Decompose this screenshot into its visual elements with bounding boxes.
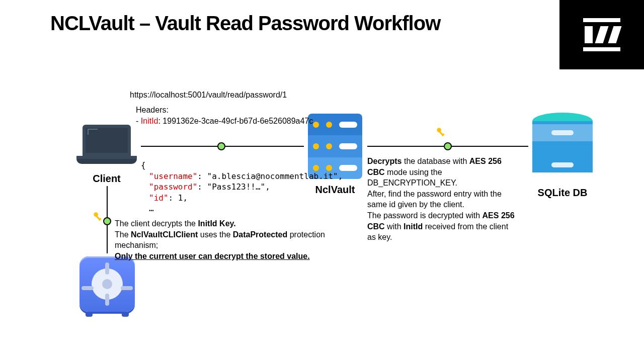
json-open: { <box>141 160 343 171</box>
vault-safe-icon <box>79 256 135 312</box>
server-description: Decrypts the database with AES 256 CBC m… <box>367 156 516 243</box>
json-ellipsis: … <box>141 203 343 214</box>
database-label: SQLite DB <box>526 187 599 199</box>
request-url: https://localhost:5001/vault/read/passwo… <box>130 89 287 101</box>
keys-icon <box>92 210 105 223</box>
diagram: NCLVault – Vault Read Password Workflow … <box>0 0 644 362</box>
dot-icon <box>444 142 452 150</box>
dot-icon <box>217 142 225 150</box>
header-value: 1991362e-3cae-49cf-b67d-6e526089a47c <box>163 117 313 125</box>
database-icon <box>532 113 593 181</box>
request-headers: Headers: - InitId: 1991362e-3cae-49cf-b6… <box>136 105 313 126</box>
header-name: InitId <box>141 117 158 125</box>
client-label: Client <box>76 173 137 185</box>
json-line: "username": "a.blescia@nocommentlab.it", <box>141 171 343 182</box>
response-json: { "username": "a.blescia@nocommentlab.it… <box>141 160 343 214</box>
headers-label: Headers: <box>136 105 313 116</box>
header-line: - InitId: 1991362e-3cae-49cf-b67d-6e5260… <box>136 116 313 127</box>
json-line: "password": "Pass123!!…", <box>141 182 343 193</box>
client-description: The client decrypts the InitId Key. The … <box>115 218 366 261</box>
keys-icon <box>435 126 448 139</box>
page-title: NCLVault – Vault Read Password Workflow <box>50 12 440 35</box>
json-line: "id": 1, <box>141 193 343 204</box>
client-icon <box>76 125 137 167</box>
brand-logo <box>559 0 644 69</box>
